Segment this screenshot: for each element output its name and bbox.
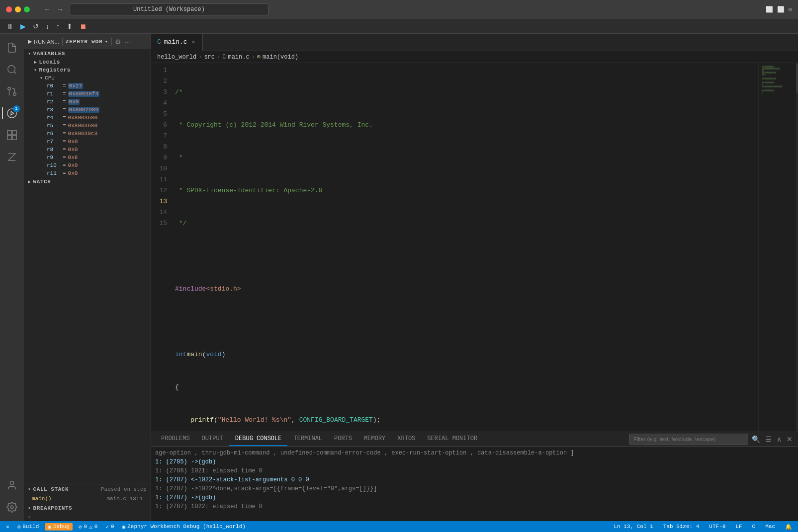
activity-icon-zephyr[interactable] bbox=[2, 147, 22, 167]
variables-chevron: ▾ bbox=[28, 51, 31, 57]
status-line-ending[interactable]: LF bbox=[733, 524, 744, 530]
register-r1[interactable]: r1 = 0x80038f4 bbox=[24, 90, 151, 98]
register-r8[interactable]: r8 = 0x0 bbox=[24, 146, 151, 153]
tab-close-button[interactable]: ✕ bbox=[190, 38, 197, 46]
status-bar-right: Ln 13, Col 1 Tab Size: 4 UTF-8 LF C Mac … bbox=[612, 524, 794, 530]
register-r7[interactable]: r7 = 0x0 bbox=[24, 138, 151, 146]
activity-icon-account[interactable] bbox=[2, 475, 22, 495]
r6-name: r6 bbox=[47, 131, 61, 137]
tab-memory[interactable]: MEMORY bbox=[358, 432, 391, 446]
register-r0[interactable]: r0 = 0x27 bbox=[24, 82, 151, 90]
step-back-button[interactable]: ⬆ bbox=[64, 21, 75, 32]
status-language[interactable]: C bbox=[750, 524, 758, 530]
breadcrumb-hello-world[interactable]: hello_world bbox=[157, 54, 196, 61]
console-filter-input[interactable] bbox=[629, 434, 748, 445]
console-search-button[interactable]: 🔍 bbox=[750, 434, 762, 445]
step-over-button[interactable]: ▶ bbox=[18, 21, 28, 32]
status-tab-size[interactable]: Tab Size: 4 bbox=[661, 524, 702, 530]
r1-name: r1 bbox=[47, 91, 61, 97]
tab-debug-console[interactable]: DEBUG CONSOLE bbox=[229, 432, 288, 446]
status-zephyr[interactable]: ◉ Zephyr Workbench Debug (hello_world) bbox=[120, 524, 248, 530]
cpu-group-header[interactable]: ▾ CPU bbox=[24, 74, 151, 82]
r6-eq: = bbox=[63, 131, 66, 137]
nav-forward-button[interactable]: → bbox=[55, 4, 66, 14]
call-stack-header[interactable]: ▾ CALL STACK Paused on step bbox=[24, 484, 151, 494]
breadcrumb-src[interactable]: src bbox=[204, 54, 215, 61]
tab-terminal[interactable]: TERMINAL bbox=[287, 432, 328, 446]
status-encoding[interactable]: UTF-8 bbox=[707, 524, 727, 530]
status-debug[interactable]: ◉ Debug bbox=[45, 523, 73, 531]
sidebar-scroll-area[interactable]: ▾ VARIABLES ▶ Locals ▾ Registers ▾ CPU r… bbox=[24, 49, 151, 484]
status-error-indicator[interactable]: ✕ bbox=[4, 524, 11, 530]
status-build[interactable]: ⚙ Build bbox=[15, 524, 41, 530]
breadcrumb: hello_world › src › C main.c › ⊙ main(vo… bbox=[151, 51, 798, 63]
breadcrumb-file[interactable]: main.c bbox=[228, 54, 249, 61]
registers-label: Registers bbox=[39, 67, 70, 73]
tab-serial-monitor[interactable]: SERIAL MONITOR bbox=[421, 432, 483, 446]
run-config-selector[interactable]: Zephyr Wor ▾ bbox=[62, 37, 112, 46]
step-out-button[interactable]: ↑ bbox=[54, 21, 62, 32]
breadcrumb-function[interactable]: main(void) bbox=[263, 54, 298, 61]
tab-xrtos[interactable]: XRTOS bbox=[391, 432, 421, 446]
r4-eq: = bbox=[63, 115, 66, 121]
tab-problems[interactable]: PROBLEMS bbox=[155, 432, 196, 446]
call-stack-item[interactable]: main() main.c 13:1 bbox=[24, 494, 151, 503]
console-content[interactable]: age-option , thru-gdb-mi-command , undef… bbox=[151, 447, 798, 521]
r5-eq: = bbox=[63, 123, 66, 129]
code-editor[interactable]: 1 2 3 4 5 6 7 8 9 10 11 12 13 14 15 bbox=[151, 63, 758, 432]
run-button[interactable]: ▶ RUN AN... bbox=[28, 38, 59, 45]
console-list-button[interactable]: ☰ bbox=[764, 434, 773, 445]
register-r2[interactable]: r2 = 0x0 bbox=[24, 98, 151, 106]
console-close-button[interactable]: ✕ bbox=[785, 434, 794, 445]
status-cursor[interactable]: Ln 13, Col 1 bbox=[612, 524, 655, 530]
gear-button[interactable]: ⚙ bbox=[115, 38, 121, 46]
maximize-button[interactable] bbox=[24, 6, 30, 12]
status-platform[interactable]: Mac bbox=[763, 524, 777, 530]
nav-back-button[interactable]: ← bbox=[42, 4, 53, 14]
info-count: 0 bbox=[111, 524, 114, 530]
split-icon[interactable]: ⬜ bbox=[777, 6, 785, 13]
locals-subsection-header[interactable]: ▶ Locals bbox=[24, 58, 151, 66]
call-stack-section: ▾ CALL STACK Paused on step main() main.… bbox=[24, 484, 151, 503]
variables-section-header[interactable]: ▾ VARIABLES bbox=[24, 49, 151, 58]
activity-icon-source-control[interactable] bbox=[2, 81, 22, 101]
layout-icon[interactable]: ⬜ bbox=[766, 6, 773, 13]
console-up-button[interactable]: ∧ bbox=[775, 434, 783, 445]
grid-icon[interactable]: ⊞ bbox=[789, 6, 792, 13]
tab-main-c[interactable]: C main.c ✕ bbox=[151, 34, 203, 51]
register-r3[interactable]: r3 = 0x8002989 bbox=[24, 106, 151, 114]
activity-icon-debug[interactable]: 1 bbox=[2, 103, 22, 123]
watch-section-header[interactable]: ▶ WATCH bbox=[24, 177, 151, 186]
register-r6[interactable]: r6 = 0x80030c3 bbox=[24, 130, 151, 138]
code-content[interactable]: /* * Copyright (c) 2012-2014 Wind River … bbox=[173, 63, 758, 432]
activity-icon-explorer[interactable] bbox=[2, 38, 22, 58]
step-into-button[interactable]: ↓ bbox=[43, 21, 52, 32]
r9-eq: = bbox=[63, 154, 66, 160]
panel-tabs: PROBLEMS OUTPUT DEBUG CONSOLE TERMINAL P… bbox=[151, 432, 798, 447]
register-r10[interactable]: r10 = 0x0 bbox=[24, 161, 151, 169]
breakpoints-scroll-hint[interactable]: ▾ bbox=[24, 513, 151, 521]
status-notifications[interactable]: 🔔 bbox=[783, 524, 794, 530]
tab-output[interactable]: OUTPUT bbox=[196, 432, 229, 446]
registers-subsection-header[interactable]: ▾ Registers bbox=[24, 66, 151, 74]
activity-icon-search[interactable] bbox=[2, 60, 22, 79]
tab-ports[interactable]: PORTS bbox=[328, 432, 358, 446]
breakpoints-header[interactable]: ▾ BREAKPOINTS bbox=[24, 503, 151, 513]
continue-button[interactable]: ⏸ bbox=[4, 21, 16, 32]
activity-icon-extensions[interactable] bbox=[2, 125, 22, 145]
close-button[interactable] bbox=[6, 6, 12, 12]
status-problems[interactable]: ⊘ 0 △ 0 bbox=[77, 524, 99, 530]
debug-dot-icon: ◉ bbox=[48, 524, 51, 530]
register-r4[interactable]: r4 = 0x8003680 bbox=[24, 114, 151, 122]
register-r9[interactable]: r9 = 0x8 bbox=[24, 153, 151, 161]
register-r5[interactable]: r5 = 0x8003680 bbox=[24, 122, 151, 130]
ellipsis-button[interactable]: ··· bbox=[124, 38, 130, 46]
register-r11[interactable]: r11 = 0x0 bbox=[24, 169, 151, 177]
address-bar[interactable]: Untitled (Workspace) bbox=[70, 3, 268, 15]
minimize-button[interactable] bbox=[15, 6, 21, 12]
console-line-6: 1: (2787) 1022: elapsed time 0 bbox=[155, 502, 794, 511]
restart-button[interactable]: ↺ bbox=[30, 21, 41, 32]
activity-icon-settings[interactable] bbox=[2, 497, 22, 517]
stop-button[interactable]: ⏹ bbox=[77, 21, 89, 32]
status-info[interactable]: ✓ 0 bbox=[103, 524, 116, 530]
